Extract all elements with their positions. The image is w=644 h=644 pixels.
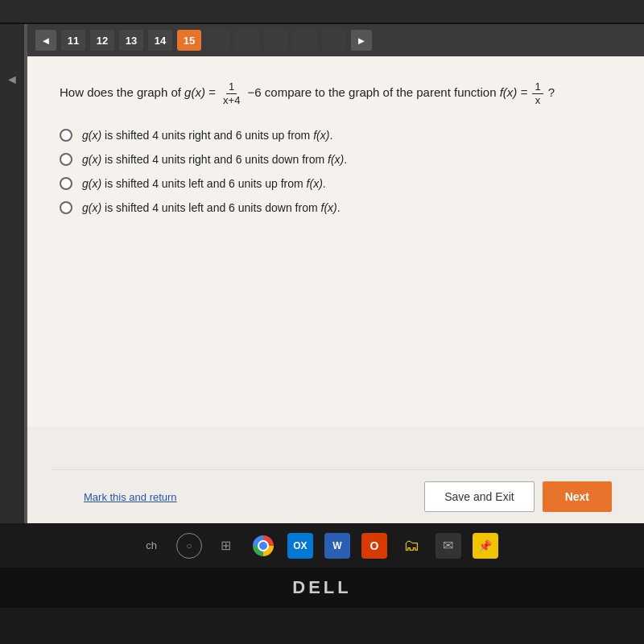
option-b[interactable]: g(x) is shifted 4 units right and 6 unit… — [60, 153, 612, 166]
question-text-before: How does the graph of — [60, 85, 184, 99]
dell-brand: DELL — [0, 568, 644, 608]
screen: ◄ ◄ 11 12 13 14 15 ► How does the graph … — [0, 24, 644, 523]
fx-denominator: x — [533, 94, 543, 107]
question-text: How does the graph of g(x) = 1 x+4 −6 co… — [60, 80, 612, 106]
gx-numerator: 1 — [226, 80, 237, 94]
taskbar-outlook-icon[interactable]: OX — [287, 533, 313, 559]
option-d-text: g(x) is shifted 4 units left and 6 units… — [82, 201, 341, 214]
quiz-container: ◄ 11 12 13 14 15 ► How does the graph of… — [24, 24, 644, 523]
taskbar-office-icon[interactable]: O — [361, 533, 387, 559]
taskbar-chrome-icon[interactable] — [250, 533, 276, 559]
option-b-text: g(x) is shifted 4 units right and 6 unit… — [82, 153, 347, 166]
nav-num-14[interactable]: 14 — [148, 30, 172, 51]
nav-num-17[interactable] — [235, 30, 259, 51]
nav-bar: ◄ 11 12 13 14 15 ► — [27, 24, 644, 56]
nav-num-15[interactable]: 15 — [177, 30, 201, 51]
options-list: g(x) is shifted 4 units right and 6 unit… — [60, 129, 612, 214]
question-text-after: compare to the graph of the parent funct… — [265, 85, 500, 99]
nav-num-18[interactable] — [264, 30, 288, 51]
nav-num-19[interactable] — [293, 30, 317, 51]
taskbar-word-icon[interactable]: W — [324, 533, 350, 559]
option-a-text: g(x) is shifted 4 units right and 6 unit… — [82, 129, 332, 142]
taskbar-mail-icon[interactable]: ✉ — [436, 533, 461, 559]
radio-b[interactable] — [60, 153, 72, 166]
nav-num-20[interactable] — [322, 30, 346, 51]
nav-num-13[interactable]: 13 — [119, 30, 143, 51]
radio-c[interactable] — [60, 177, 72, 190]
gx-denominator: x+4 — [221, 94, 242, 107]
nav-num-16[interactable] — [206, 30, 230, 51]
gx-minus: −6 — [248, 85, 262, 99]
dell-logo: DELL — [292, 577, 351, 598]
taskbar-sticky-icon[interactable]: 📌 — [473, 533, 498, 559]
bottom-buttons: Save and Exit Next — [424, 481, 612, 512]
nav-prev-arrow[interactable]: ◄ — [35, 30, 56, 51]
radio-d[interactable] — [60, 201, 72, 214]
monitor-top-bezel — [0, 0, 644, 24]
radio-a[interactable] — [60, 129, 72, 142]
taskbar: ch ○ ⊞ OX W O 🗂 ✉ 📌 — [0, 523, 644, 568]
mark-return-link[interactable]: Mark this and return — [84, 491, 177, 503]
save-exit-button[interactable]: Save and Exit — [424, 481, 534, 512]
nav-num-11[interactable]: 11 — [61, 30, 85, 51]
option-d[interactable]: g(x) is shifted 4 units left and 6 units… — [60, 201, 612, 214]
taskbar-search-text: ch — [146, 539, 157, 551]
question-mark: ? — [548, 85, 555, 99]
nav-next-arrow[interactable]: ► — [351, 30, 372, 51]
left-sidebar: ◄ — [0, 56, 24, 523]
next-button[interactable]: Next — [543, 481, 612, 512]
nav-num-12[interactable]: 12 — [90, 30, 114, 51]
question-area: How does the graph of g(x) = 1 x+4 −6 co… — [27, 56, 644, 427]
taskbar-task-view-icon[interactable]: ⊞ — [213, 533, 239, 559]
gx-func-label: g(x) = — [184, 85, 219, 99]
gx-fraction: 1 x+4 — [221, 80, 242, 106]
bottom-bar: Mark this and return Save and Exit Next — [52, 469, 644, 523]
taskbar-search-icon[interactable]: ○ — [176, 533, 202, 559]
taskbar-folder-icon[interactable]: 🗂 — [398, 533, 424, 559]
option-c-text: g(x) is shifted 4 units left and 6 units… — [82, 177, 326, 190]
option-c[interactable]: g(x) is shifted 4 units left and 6 units… — [60, 177, 612, 190]
option-a[interactable]: g(x) is shifted 4 units right and 6 unit… — [60, 129, 612, 142]
fx-numerator: 1 — [532, 80, 543, 94]
fx-func-label: f(x) = — [500, 85, 531, 99]
fx-fraction: 1 x — [532, 80, 543, 106]
sidebar-arrow: ◄ — [6, 72, 19, 87]
